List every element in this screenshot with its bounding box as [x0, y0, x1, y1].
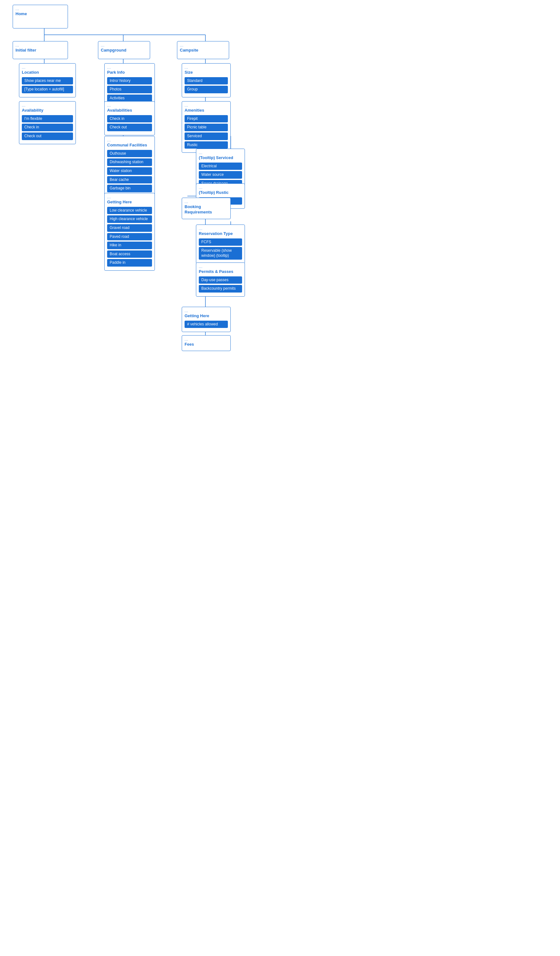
campsite-card: ... Campsite	[177, 41, 229, 59]
availabilities-item-1: Check out	[107, 124, 152, 131]
amenities-dots: ...	[185, 104, 228, 107]
home-title: Home	[16, 11, 65, 17]
fees-dots: ...	[185, 337, 228, 341]
getting-here-cs-item-0: # vehicles allowed	[185, 321, 228, 328]
fees-title: Fees	[185, 342, 228, 347]
amenities-item-3: Rustic	[185, 142, 228, 149]
reservation-type-card: ... Reservation Type FCFS Reservable (sh…	[196, 225, 245, 264]
communal-item-4: Garbage bin	[107, 185, 152, 192]
getting-here-cg-item-0: Low clearance vehicle	[107, 207, 152, 214]
amenities-card: ... Amenities Firepit Picnic table Servi…	[182, 101, 231, 153]
communal-item-1: Dishwashing station	[107, 159, 152, 166]
sitemap-diagram: ... Home ... Initial filter ... Campgrou…	[0, 0, 280, 478]
amenities-item-1: Picnic table	[185, 124, 228, 131]
getting-here-cg-item-2: Gravel road	[107, 224, 152, 232]
availability-dots: ...	[22, 104, 73, 107]
getting-here-cg-item-6: Paddle in	[107, 259, 152, 267]
size-card: ... Size Standard Group	[182, 63, 231, 97]
park-info-item-1: Photos	[107, 86, 152, 93]
permits-item-1: Backcountry permits	[199, 285, 242, 292]
permits-passes-card: ... Permits & Passes Day-use passes Back…	[196, 263, 245, 297]
home-dots: ...	[16, 7, 65, 11]
reservation-type-title: Reservation Type	[199, 231, 242, 237]
getting-here-cg-item-3: Paved road	[107, 233, 152, 241]
location-dots: ...	[22, 66, 73, 69]
getting-here-cg-item-4: Hike in	[107, 242, 152, 249]
location-title: Location	[22, 70, 73, 75]
communal-item-3: Bear cache	[107, 176, 152, 184]
availabilities-title: Availabilities	[107, 108, 152, 113]
communal-item-2: Water station	[107, 167, 152, 175]
campsite-title: Campsite	[180, 48, 226, 53]
communal-item-0: Outhouse	[107, 150, 152, 157]
reservation-type-item-0: FCFS	[199, 239, 242, 246]
getting-here-cg-title: Getting Here	[107, 200, 152, 205]
booking-requirements-card: ... Booking Requirements	[182, 198, 231, 219]
availabilities-card: ... Availabilities Check in Check out	[104, 101, 155, 135]
permits-item-0: Day-use passes	[199, 277, 242, 284]
tooltip-serviced-dots: ...	[199, 151, 242, 155]
availability-item-1: Check in	[22, 124, 73, 131]
availability-item-2: Check out	[22, 132, 73, 140]
communal-dots: ...	[107, 138, 152, 142]
size-title: Size	[185, 70, 228, 75]
initial-filter-title: Initial filter	[16, 48, 65, 53]
park-info-title: Park Info	[107, 70, 152, 75]
availability-item-0: I'm flexible	[22, 115, 73, 123]
fees-card: ... Fees	[182, 335, 231, 351]
location-card: ... Location Show places near me [Type l…	[19, 63, 76, 97]
getting-here-cg-dots: ...	[107, 195, 152, 199]
amenities-item-0: Firepit	[185, 115, 228, 123]
initial-filter-dots: ...	[16, 43, 65, 47]
park-info-item-0: Intro/ history	[107, 77, 152, 85]
getting-here-campground-card: ... Getting Here Low clearance vehicle H…	[104, 193, 155, 271]
permits-dots: ...	[199, 265, 242, 269]
park-info-dots: ...	[107, 66, 152, 69]
communal-title: Communal Facilities	[107, 143, 152, 148]
tooltip-serviced-item-0: Electrical	[199, 162, 242, 170]
getting-here-campsite-card: ... Getting Here # vehicles allowed	[182, 307, 231, 332]
availabilities-dots: ...	[107, 104, 152, 107]
size-dots: ...	[185, 66, 228, 69]
home-card: ... Home	[13, 5, 68, 28]
getting-here-cs-title: Getting Here	[185, 313, 228, 319]
tooltip-rustic-title: (Tooltip) Rustic	[199, 190, 242, 195]
campground-title: Campground	[101, 48, 147, 53]
availability-title: Availability	[22, 108, 73, 113]
booking-req-dots: ...	[185, 200, 228, 204]
booking-req-title: Booking Requirements	[185, 204, 228, 215]
campground-dots: ...	[101, 43, 147, 47]
getting-here-cg-item-1: High clearance vehicle	[107, 215, 152, 223]
tooltip-rustic-dots: ...	[199, 186, 242, 189]
size-item-0: Standard	[185, 77, 228, 85]
amenities-item-2: Serviced	[185, 132, 228, 140]
location-item-0: Show places near me	[22, 77, 73, 85]
campsite-dots: ...	[180, 43, 226, 47]
permits-title: Permits & Passes	[199, 269, 242, 275]
availabilities-item-0: Check in	[107, 115, 152, 123]
reservation-type-item-1: Reservable (show window) (tooltip)	[199, 247, 242, 259]
availability-card: ... Availability I'm flexible Check in C…	[19, 101, 76, 144]
getting-here-cs-dots: ...	[185, 309, 228, 313]
getting-here-cg-item-5: Boat access	[107, 250, 152, 258]
initial-filter-card: ... Initial filter	[13, 41, 68, 59]
tooltip-serviced-title: (Tooltip) Serviced	[199, 155, 242, 160]
campground-card: ... Campground	[98, 41, 150, 59]
location-item-1: [Type location + autofill]	[22, 86, 73, 93]
amenities-title: Amenities	[185, 108, 228, 113]
size-item-1: Group	[185, 86, 228, 93]
tooltip-serviced-item-1: Water source	[199, 171, 242, 179]
reservation-type-dots: ...	[199, 227, 242, 231]
park-info-card: ... Park Info Intro/ history Photos Acti…	[104, 63, 155, 106]
